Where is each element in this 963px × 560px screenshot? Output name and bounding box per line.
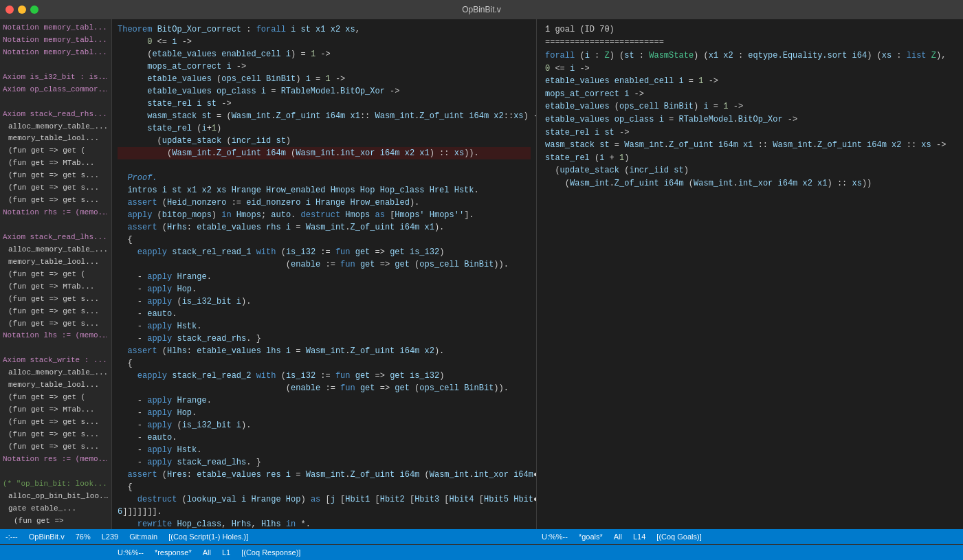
response-line: L1 [222, 548, 230, 557]
goals-divider: ======================== [545, 37, 955, 47]
sidebar-line: (fun get => get ( [0, 269, 111, 281]
sidebar-line: Notation rhs := (memo... [0, 207, 111, 219]
git-indicator: Git:main [129, 533, 157, 541]
goals-content: forall (i : Z) (st : WasmState) (x1 x2 :… [545, 47, 955, 193]
sidebar-line: Axiom stack_read_rhs... [0, 109, 111, 121]
sidebar-line: (fun get => get s... [0, 306, 111, 318]
sidebar-line: (fun get => get ( [0, 392, 111, 404]
mode-indicator: -:--- [5, 533, 18, 541]
sidebar-line: (fun get => MTab... [0, 281, 111, 293]
goals-mode-label: [(Coq Goals)] [656, 533, 701, 541]
sidebar-line: Notation res := (memo... [0, 453, 111, 466]
sidebar-line: (fun get => MTab... [0, 157, 111, 170]
title-bar: OpBinBit.v [0, 0, 963, 19]
sidebar-line: (fun get => get s... [0, 429, 111, 441]
sidebar-line [0, 59, 111, 71]
sidebar-line [0, 466, 111, 478]
sidebar-line: memory_table_lool... [0, 133, 111, 145]
editor-left[interactable]: Theorem BitOp_Xor_correct : forall i st … [112, 19, 537, 529]
sidebar-line: gate etable_... [0, 503, 111, 515]
sidebar-line: (fun get => get s... [0, 416, 111, 429]
sidebar-line: (fun get => get s... [0, 194, 111, 207]
sidebar-line: Axiom stack_write : ... [0, 355, 111, 367]
window-controls[interactable] [5, 5, 38, 14]
sidebar-line [0, 342, 111, 355]
sidebar-line: (fun get => get s... [0, 182, 111, 194]
close-button[interactable] [5, 5, 14, 14]
sidebar-line: memory_table_lool... [0, 256, 111, 269]
sidebar-line: Notation memory_tabl... [0, 22, 111, 34]
goals-line: L14 [633, 533, 645, 541]
bottom-bars-response: U:%%-- *response* All L1 [(Coq Response)… [0, 544, 963, 560]
minimize-button[interactable] [18, 5, 26, 14]
sidebar-line: (fun get => [0, 515, 111, 528]
goals-buffer: *goals* [579, 533, 603, 541]
sidebar-line: Axiom op_class_commor... [0, 84, 111, 96]
window-title: OpBinBit.v [462, 5, 501, 14]
sidebar-line: alloc_memory_table_... [0, 121, 111, 133]
main-content: Notation memory_tabl... Notation memory_… [0, 19, 963, 529]
sidebar-line: Notation lhs := (memo... [0, 330, 111, 342]
sidebar-line: memory_table_lool... [0, 379, 111, 392]
sidebar-line: (* "op_bin_bit: look... [0, 478, 111, 491]
sidebar-line: Axiom is_i32_bit : is... [0, 71, 111, 84]
response-buffer: *response* [155, 548, 192, 557]
sidebar-line: alloc_op_bin_bit_loo... [0, 491, 111, 503]
sidebar-line: (fun get => get s... [0, 170, 111, 182]
status-bar-goals: U:%%-- *goals* All L14 [(Coq Goals)] [536, 529, 963, 544]
sidebar-line: (fun get => get s... [0, 293, 111, 306]
percent-indicator: 76% [76, 533, 91, 541]
sidebar-line: Notation memory_tabl... [0, 47, 111, 59]
mode-label-left: [(Coq Script(1-) Holes.)] [168, 533, 248, 541]
sidebar-line: (fun get => get s... [0, 441, 111, 453]
line-indicator: L239 [102, 533, 118, 541]
filename-left: OpBinBit.v [29, 533, 65, 541]
sidebar-line: alloc_memory_table_... [0, 367, 111, 379]
maximize-button[interactable] [30, 5, 38, 14]
sidebar-line: (fun get => MTab... [0, 404, 111, 416]
sidebar-line: Notation memory_tabl... [0, 34, 111, 47]
sidebar-line: (fun get => get ( [0, 145, 111, 157]
goals-mode: U:%%-- [542, 533, 568, 541]
response-mode: U:%%-- [118, 548, 144, 557]
sidebar: Notation memory_tabl... Notation memory_… [0, 19, 112, 529]
goals-all: All [614, 533, 622, 541]
response-mode-label: [(Coq Response)] [241, 548, 300, 557]
sidebar-line: Axiom stack_read_lhs... [0, 232, 111, 244]
sidebar-line: (fun get => get s... [0, 318, 111, 331]
editor-right: 1 goal (ID 70) ======================== … [537, 19, 963, 529]
response-all: All [203, 548, 211, 557]
status-bar-left: -:--- OpBinBit.v 76% L239 Git:main [(Coq… [0, 529, 536, 544]
sidebar-line [0, 219, 111, 232]
bottom-bars: -:--- OpBinBit.v 76% L239 Git:main [(Coq… [0, 529, 963, 544]
sidebar-line: alloc_memory_table_... [0, 244, 111, 256]
code-content: Theorem BitOp_Xor_correct : forall i st … [112, 19, 536, 529]
goals-header: 1 goal (ID 70) [545, 25, 955, 34]
sidebar-line [0, 96, 111, 109]
